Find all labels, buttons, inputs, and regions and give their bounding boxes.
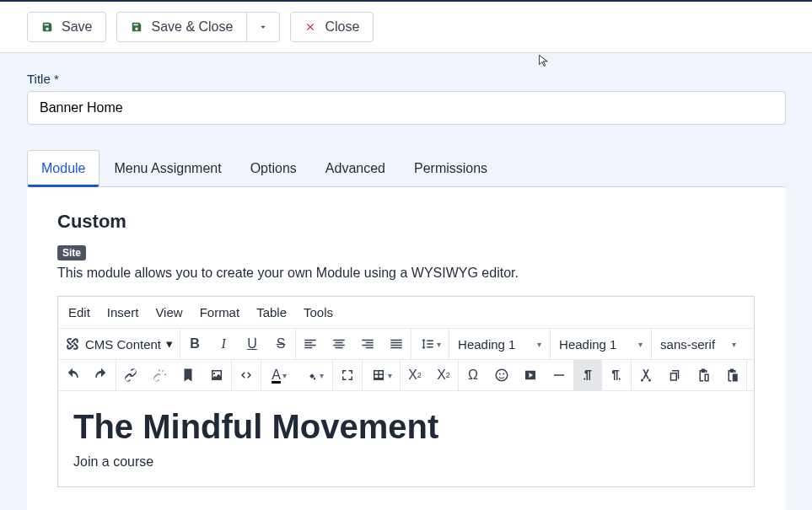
menu-edit[interactable]: Edit: [68, 305, 90, 319]
joomla-icon: [65, 336, 80, 352]
italic-button[interactable]: I: [209, 329, 238, 359]
tab-menu-assignment[interactable]: Menu Assignment: [99, 150, 235, 186]
unlink-button[interactable]: [145, 360, 174, 390]
line-height-button[interactable]: ▾: [411, 329, 449, 359]
copy-button[interactable]: [660, 360, 689, 390]
save-dropdown-button[interactable]: [247, 12, 280, 42]
image-button[interactable]: [202, 360, 231, 390]
style-format-select[interactable]: Heading 1 ▾: [551, 329, 652, 359]
cut-button[interactable]: [632, 360, 660, 390]
save-close-group: Save & Close: [116, 12, 280, 42]
content-heading: The Mindful Movement: [73, 408, 739, 446]
ltr-button[interactable]: [573, 360, 602, 390]
menu-insert[interactable]: Insert: [107, 305, 139, 319]
site-badge: Site: [57, 245, 86, 260]
align-right-button[interactable]: [353, 329, 382, 359]
horizontal-rule-button[interactable]: [545, 360, 573, 390]
font-family-value: sans-serif: [660, 337, 715, 352]
source-code-button[interactable]: [232, 360, 261, 390]
save-close-button[interactable]: Save & Close: [116, 12, 247, 42]
save-icon: [41, 21, 53, 33]
chevron-down-icon: ▾: [537, 340, 541, 349]
menu-format[interactable]: Format: [200, 305, 240, 319]
paste-text-button[interactable]: [718, 360, 746, 390]
chevron-down-icon: [257, 21, 269, 33]
editor-content-area[interactable]: The Mindful Movement Join a course: [58, 391, 754, 486]
tab-module[interactable]: Module: [27, 150, 99, 186]
action-toolbar: Save Save & Close Close: [0, 0, 812, 53]
title-label: Title *: [27, 72, 785, 86]
background-color-button[interactable]: ▾: [297, 360, 332, 390]
superscript-button[interactable]: X2: [429, 360, 458, 390]
special-char-button[interactable]: Ω: [459, 360, 487, 390]
style-format-value: Heading 1: [559, 337, 616, 352]
chevron-down-icon: ▾: [166, 336, 173, 352]
title-input[interactable]: [27, 91, 786, 125]
media-button[interactable]: [516, 360, 545, 390]
font-family-select[interactable]: sans-serif ▾: [652, 329, 745, 359]
text-color-button[interactable]: A▾: [261, 360, 297, 390]
underline-button[interactable]: U: [238, 329, 266, 359]
chevron-down-icon: ▾: [638, 340, 643, 349]
form-area: Title * Module Menu Assignment Options A…: [0, 53, 812, 510]
align-justify-button[interactable]: [382, 329, 411, 359]
svg-point-2: [503, 373, 504, 375]
fullscreen-button[interactable]: [333, 360, 362, 390]
align-center-button[interactable]: [325, 329, 353, 359]
editor-menubar: Edit Insert View Format Table Tools: [58, 297, 754, 329]
close-button[interactable]: Close: [290, 12, 374, 42]
menu-table[interactable]: Table: [256, 305, 287, 319]
save-button-label: Save: [62, 19, 92, 35]
close-icon: [304, 21, 316, 33]
section-heading: Custom: [57, 211, 755, 233]
table-button[interactable]: ▾: [363, 360, 400, 390]
redo-button[interactable]: [87, 360, 116, 390]
cms-content-label: CMS Content: [85, 337, 161, 352]
tab-permissions[interactable]: Permissions: [400, 150, 502, 186]
cms-content-button[interactable]: CMS Content ▾: [58, 329, 180, 359]
content-paragraph: Join a course: [73, 454, 739, 470]
save-close-button-label: Save & Close: [151, 19, 233, 35]
bold-button[interactable]: B: [180, 329, 209, 359]
bookmark-button[interactable]: [174, 360, 202, 390]
editor-toolbar-row2: A▾ ▾ ▾ X2 X2 Ω: [58, 360, 754, 391]
align-left-button[interactable]: [296, 329, 325, 359]
tab-options[interactable]: Options: [236, 150, 311, 186]
undo-button[interactable]: [58, 360, 87, 390]
subscript-button[interactable]: X2: [401, 360, 429, 390]
editor-toolbar-row1: CMS Content ▾ B I U S ▾: [58, 329, 754, 360]
chevron-down-icon: ▾: [732, 340, 736, 349]
tab-content: Custom Site This module allows you to cr…: [27, 187, 785, 510]
close-button-label: Close: [325, 19, 359, 35]
strikethrough-button[interactable]: S: [266, 329, 295, 359]
paste-button[interactable]: [689, 360, 718, 390]
tab-advanced[interactable]: Advanced: [311, 150, 400, 186]
link-button[interactable]: [116, 360, 145, 390]
menu-view[interactable]: View: [155, 305, 182, 319]
menu-tools[interactable]: Tools: [304, 305, 333, 319]
emoji-button[interactable]: [487, 360, 516, 390]
save-icon: [131, 21, 143, 33]
svg-point-0: [496, 369, 508, 381]
save-button[interactable]: Save: [27, 12, 106, 42]
svg-point-1: [499, 373, 501, 375]
section-description: This module allows you to create your ow…: [57, 266, 755, 281]
tab-bar: Module Menu Assignment Options Advanced …: [27, 150, 785, 187]
rtl-button[interactable]: [602, 360, 631, 390]
block-format-value: Heading 1: [458, 337, 515, 352]
block-format-select[interactable]: Heading 1 ▾: [449, 329, 551, 359]
wysiwyg-editor: Edit Insert View Format Table Tools CMS …: [57, 296, 755, 487]
